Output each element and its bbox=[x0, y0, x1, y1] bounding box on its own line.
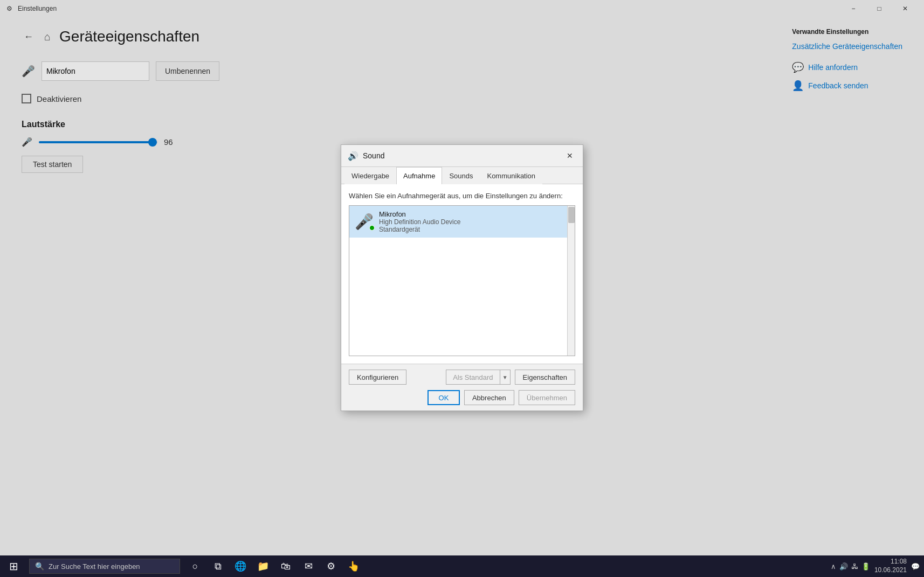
dialog-scrollbar[interactable] bbox=[567, 206, 575, 356]
taskbar-app-mail[interactable]: ✉ bbox=[298, 555, 319, 577]
dialog-close-button[interactable]: ✕ bbox=[563, 149, 576, 162]
taskbar-app-search[interactable]: ○ bbox=[184, 555, 206, 577]
taskbar-app-settings[interactable]: ⚙ bbox=[320, 555, 342, 577]
dialog-overlay: 🔊 Sound ✕ Wiedergabe Aufnahme Sounds Kom… bbox=[0, 0, 924, 555]
eigenschaften-button[interactable]: Eigenschaften bbox=[515, 370, 575, 385]
dialog-title-left: 🔊 Sound bbox=[348, 151, 384, 161]
dialog-tabs: Wiedergabe Aufnahme Sounds Kommunikation bbox=[341, 167, 583, 184]
taskbar: ⊞ 🔍 Zur Suche Text hier eingeben ○ ⧉ 🌐 📁… bbox=[0, 555, 924, 577]
dialog-title-bar: 🔊 Sound ✕ bbox=[341, 145, 583, 167]
device-item-sub1: High Definition Audio Device bbox=[379, 218, 460, 226]
ok-button[interactable]: OK bbox=[427, 390, 460, 405]
taskbar-search[interactable]: 🔍 Zur Suche Text hier eingeben bbox=[29, 559, 180, 574]
taskbar-app-taskview[interactable]: ⧉ bbox=[207, 555, 229, 577]
start-button[interactable]: ⊞ bbox=[0, 555, 27, 577]
taskbar-right: ∧ 🔊 🖧 🔋 11:08 10.06.2021 💬 bbox=[831, 558, 924, 574]
als-standard-arrow[interactable]: ▼ bbox=[500, 370, 511, 385]
device-status-dot bbox=[369, 225, 375, 231]
taskbar-battery-icon[interactable]: 🔋 bbox=[861, 562, 870, 571]
configure-button[interactable]: Konfigurieren bbox=[349, 370, 406, 385]
dialog-title-text: Sound bbox=[363, 151, 384, 160]
dialog-content: Wählen Sie ein Aufnahmegerät aus, um die… bbox=[341, 184, 583, 364]
taskbar-icons: ∧ 🔊 🖧 🔋 bbox=[831, 562, 870, 571]
als-standard-group: Als Standard ▼ Eigenschaften bbox=[446, 370, 575, 385]
dialog-instruction: Wählen Sie ein Aufnahmegerät aus, um die… bbox=[349, 192, 575, 200]
taskbar-network-icon[interactable]: 🖧 bbox=[851, 562, 858, 571]
dialog-speaker-icon: 🔊 bbox=[348, 151, 358, 161]
tab-wiedergabe[interactable]: Wiedergabe bbox=[344, 167, 396, 184]
device-list-item[interactable]: 🎤 Mikrofon High Definition Audio Device … bbox=[349, 206, 575, 238]
taskbar-time[interactable]: 11:08 10.06.2021 bbox=[874, 558, 907, 574]
taskbar-app-edge[interactable]: 🌐 bbox=[230, 555, 251, 577]
tab-aufnahme[interactable]: Aufnahme bbox=[396, 167, 442, 184]
abbrechen-button[interactable]: Abbrechen bbox=[464, 390, 514, 405]
taskbar-app-explorer[interactable]: 📁 bbox=[252, 555, 274, 577]
taskbar-chevron-icon[interactable]: ∧ bbox=[831, 562, 836, 571]
dialog-footer-row2: OK Abbrechen Übernehmen bbox=[349, 390, 575, 405]
als-standard-button[interactable]: Als Standard bbox=[446, 370, 499, 385]
dialog-footer-row1: Konfigurieren Als Standard ▼ Eigenschaft… bbox=[349, 370, 575, 385]
device-item-sub2: Standardgerät bbox=[379, 226, 460, 233]
search-icon: 🔍 bbox=[35, 562, 44, 571]
tab-sounds[interactable]: Sounds bbox=[442, 167, 480, 184]
uebernehmen-button[interactable]: Übernehmen bbox=[519, 390, 575, 405]
device-item-info: Mikrofon High Definition Audio Device St… bbox=[379, 210, 460, 233]
device-list[interactable]: 🎤 Mikrofon High Definition Audio Device … bbox=[349, 205, 575, 356]
dialog-footer: Konfigurieren Als Standard ▼ Eigenschaft… bbox=[341, 364, 583, 411]
taskbar-notification-icon[interactable]: 💬 bbox=[911, 562, 920, 571]
taskbar-app-fingerprint[interactable]: 👆 bbox=[343, 555, 364, 577]
device-item-icon: 🎤 bbox=[355, 213, 374, 231]
taskbar-search-placeholder: Zur Suche Text hier eingeben bbox=[49, 562, 140, 571]
tab-kommunikation[interactable]: Kommunikation bbox=[480, 167, 542, 184]
device-item-name: Mikrofon bbox=[379, 210, 460, 218]
taskbar-apps: ○ ⧉ 🌐 📁 🛍 ✉ ⚙ 👆 bbox=[184, 555, 364, 577]
sound-dialog: 🔊 Sound ✕ Wiedergabe Aufnahme Sounds Kom… bbox=[341, 144, 583, 411]
taskbar-app-store[interactable]: 🛍 bbox=[275, 555, 296, 577]
taskbar-volume-icon[interactable]: 🔊 bbox=[839, 562, 848, 571]
